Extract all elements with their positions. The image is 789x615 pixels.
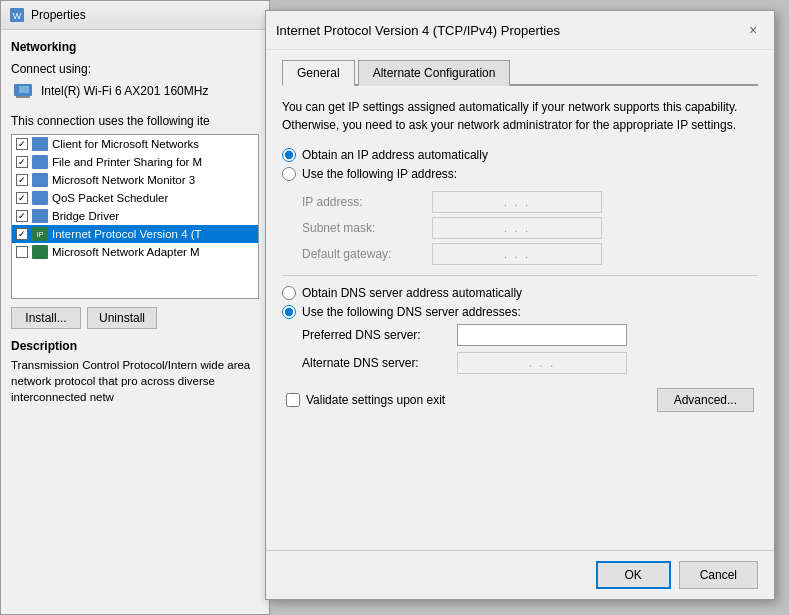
gateway-row: Default gateway: . . . (302, 243, 758, 265)
background-window: W Properties Networking Connect using: I… (0, 0, 270, 615)
comp-icon: IP (32, 227, 48, 241)
divider (282, 275, 758, 276)
list-item[interactable]: QoS Packet Scheduler (12, 189, 258, 207)
close-button[interactable]: × (742, 19, 764, 41)
svg-rect-5 (32, 137, 48, 151)
svg-rect-4 (19, 86, 29, 93)
bg-window-title: Properties (31, 8, 86, 22)
nic-icon (13, 82, 35, 100)
list-item[interactable]: Microsoft Network Adapter M (12, 243, 258, 261)
wifi-icon: W (9, 7, 25, 23)
alternate-dns-input[interactable]: . . . (457, 352, 627, 374)
svg-text:IP: IP (37, 231, 44, 238)
description-label: Description (11, 339, 259, 353)
components-list: Client for Microsoft Networks File and P… (11, 134, 259, 299)
install-button[interactable]: Install... (11, 307, 81, 329)
svg-rect-7 (32, 173, 48, 187)
obtain-dns-option[interactable]: Obtain DNS server address automatically (282, 286, 758, 300)
networking-label: Networking (11, 40, 259, 54)
validate-row: Validate settings upon exit (286, 393, 445, 407)
dialog-titlebar: Internet Protocol Version 4 (TCP/IPv4) P… (266, 11, 774, 50)
svg-text:W: W (13, 11, 22, 21)
subnet-mask-label: Subnet mask: (302, 221, 432, 235)
svg-rect-9 (32, 209, 48, 223)
checkbox-file-sharing[interactable] (16, 156, 28, 168)
obtain-ip-option[interactable]: Obtain an IP address automatically (282, 148, 758, 162)
dns-fields-section: Preferred DNS server: Alternate DNS serv… (302, 324, 758, 374)
tab-alternate-config[interactable]: Alternate Configuration (358, 60, 511, 86)
list-item[interactable]: Client for Microsoft Networks (12, 135, 258, 153)
list-item[interactable]: File and Printer Sharing for M (12, 153, 258, 171)
use-dns-radio[interactable] (282, 305, 296, 319)
subnet-mask-row: Subnet mask: . . . (302, 217, 758, 239)
connect-using-label: Connect using: (11, 62, 259, 76)
obtain-ip-radio[interactable] (282, 148, 296, 162)
tab-general[interactable]: General (282, 60, 355, 86)
use-dns-option[interactable]: Use the following DNS server addresses: (282, 305, 758, 319)
comp-icon (32, 191, 48, 205)
comp-icon (32, 209, 48, 223)
tabs-bar: General Alternate Configuration (282, 60, 758, 86)
preferred-dns-row: Preferred DNS server: (302, 324, 758, 346)
dialog-footer: OK Cancel (266, 550, 774, 599)
dialog-body: General Alternate Configuration You can … (266, 50, 774, 422)
ip-address-row: IP address: . . . (302, 191, 758, 213)
ip-radio-group: Obtain an IP address automatically Use t… (282, 148, 758, 181)
ipv4-properties-dialog: Internet Protocol Version 4 (TCP/IPv4) P… (265, 10, 775, 600)
validate-label: Validate settings upon exit (306, 393, 445, 407)
checkbox-monitor[interactable] (16, 174, 28, 186)
cancel-button[interactable]: Cancel (679, 561, 758, 589)
obtain-ip-label: Obtain an IP address automatically (302, 148, 488, 162)
use-ip-option[interactable]: Use the following IP address: (282, 167, 758, 181)
ok-button[interactable]: OK (596, 561, 671, 589)
svg-rect-12 (32, 245, 48, 259)
obtain-dns-radio[interactable] (282, 286, 296, 300)
preferred-dns-label: Preferred DNS server: (302, 328, 457, 342)
use-dns-label: Use the following DNS server addresses: (302, 305, 521, 319)
alternate-dns-label: Alternate DNS server: (302, 356, 457, 370)
adapter-name: Intel(R) Wi-Fi 6 AX201 160MHz (41, 84, 208, 98)
comp-icon (32, 137, 48, 151)
install-uninstall-row: Install... Uninstall (11, 307, 259, 329)
description-text: Transmission Control Protocol/Intern wid… (11, 357, 259, 405)
list-item[interactable]: IP Internet Protocol Version 4 (T (12, 225, 258, 243)
gateway-label: Default gateway: (302, 247, 432, 261)
checkbox-qos[interactable] (16, 192, 28, 204)
uninstall-button[interactable]: Uninstall (87, 307, 157, 329)
ip-fields-section: IP address: . . . Subnet mask: . . . Def… (302, 191, 758, 265)
advanced-button[interactable]: Advanced... (657, 388, 754, 412)
validate-checkbox[interactable] (286, 393, 300, 407)
comp-icon (32, 155, 48, 169)
bottom-section: Validate settings upon exit Advanced... (282, 388, 758, 412)
use-ip-label: Use the following IP address: (302, 167, 457, 181)
bg-titlebar: W Properties (1, 1, 269, 30)
dns-section: Obtain DNS server address automatically … (282, 286, 758, 374)
svg-rect-8 (32, 191, 48, 205)
subnet-mask-input[interactable]: . . . (432, 217, 602, 239)
svg-rect-3 (16, 96, 30, 98)
comp-icon (32, 173, 48, 187)
checkbox-adapter[interactable] (16, 246, 28, 258)
gateway-input[interactable]: . . . (432, 243, 602, 265)
checkbox-client[interactable] (16, 138, 28, 150)
checkbox-ipv4[interactable] (16, 228, 28, 240)
connection-uses-label: This connection uses the following ite (11, 114, 259, 128)
adapter-row: Intel(R) Wi-Fi 6 AX201 160MHz (11, 80, 259, 102)
preferred-dns-input[interactable] (457, 324, 627, 346)
list-item[interactable]: Bridge Driver (12, 207, 258, 225)
info-text: You can get IP settings assigned automat… (282, 98, 758, 134)
alternate-dns-row: Alternate DNS server: . . . (302, 352, 758, 374)
dialog-title: Internet Protocol Version 4 (TCP/IPv4) P… (276, 23, 560, 38)
use-ip-radio[interactable] (282, 167, 296, 181)
list-item[interactable]: Microsoft Network Monitor 3 (12, 171, 258, 189)
ip-address-label: IP address: (302, 195, 432, 209)
obtain-dns-label: Obtain DNS server address automatically (302, 286, 522, 300)
ip-address-input[interactable]: . . . (432, 191, 602, 213)
checkbox-bridge[interactable] (16, 210, 28, 222)
comp-icon (32, 245, 48, 259)
svg-rect-6 (32, 155, 48, 169)
